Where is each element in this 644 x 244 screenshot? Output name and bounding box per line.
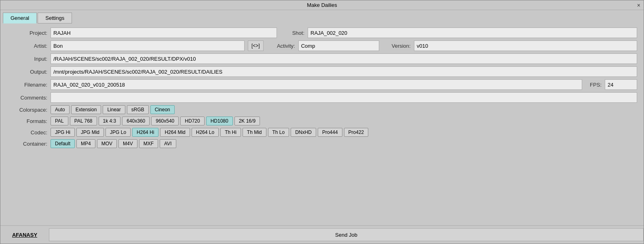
toggle-btn-h264-mid[interactable]: H264 Mid: [160, 128, 190, 137]
toggle-btn-cineon[interactable]: Cineon: [150, 105, 175, 114]
toggle-btn-default[interactable]: Default: [51, 139, 75, 148]
comments-input[interactable]: [51, 92, 637, 103]
toggle-btn-pro444[interactable]: Pro444: [318, 128, 342, 137]
artist-input[interactable]: [51, 40, 245, 51]
toggle-btn-m4v[interactable]: M4V: [118, 139, 137, 148]
toggle-btn-jpg-hi[interactable]: JPG Hi: [51, 128, 75, 137]
toggle-btn-mov[interactable]: MOV: [97, 139, 117, 148]
exchange-button[interactable]: [<>]: [248, 40, 264, 51]
toggle-btn-srgb[interactable]: sRGB: [127, 105, 149, 114]
filename-input[interactable]: [51, 79, 582, 90]
colorspace-toggle-group: AutoExtensionLinearsRGBCineon: [51, 105, 175, 114]
filename-label: Filename:: [7, 82, 47, 88]
output-row: Output:: [7, 66, 637, 77]
toggle-btn-pal[interactable]: PAL: [51, 117, 68, 125]
make-dailies-window: Make Dailies × General Settings Project:…: [0, 0, 644, 244]
codec-row: Codec: JPG HiJPG MidJPG LoH264 HiH264 Mi…: [7, 128, 637, 137]
shot-input[interactable]: [308, 28, 637, 38]
window-title: Make Dailies: [307, 2, 337, 8]
formats-label: Formats:: [7, 118, 47, 124]
toggle-btn-extension[interactable]: Extension: [71, 105, 101, 114]
colorspace-label: Colorspace:: [7, 107, 47, 113]
tab-general[interactable]: General: [3, 13, 37, 23]
toggle-btn-th-lo[interactable]: Th Lo: [268, 128, 289, 137]
codec-toggle-group: JPG HiJPG MidJPG LoH264 HiH264 MidH264 L…: [51, 128, 368, 137]
title-bar: Make Dailies ×: [0, 0, 644, 10]
project-label: Project:: [7, 30, 47, 36]
activity-label: Activity:: [267, 43, 295, 49]
filename-row: Filename: FPS:: [7, 79, 637, 90]
toggle-btn-auto[interactable]: Auto: [51, 105, 70, 114]
toggle-btn-h264-hi[interactable]: H264 Hi: [132, 128, 158, 137]
toggle-btn-jpg-mid[interactable]: JPG Mid: [76, 128, 104, 137]
toggle-btn-mp4[interactable]: MP4: [76, 139, 95, 148]
container-toggle-group: DefaultMP4MOVM4VMXFAVI: [51, 139, 176, 148]
activity-input[interactable]: [298, 40, 379, 51]
toggle-btn-jpg-lo[interactable]: JPG Lo: [106, 128, 131, 137]
toggle-btn-dnxhd[interactable]: DNxHD: [291, 128, 316, 137]
tab-bar: General Settings: [0, 10, 644, 23]
output-label: Output:: [7, 69, 47, 75]
version-input[interactable]: [414, 40, 637, 51]
toggle-btn-th-mid[interactable]: Th Mid: [243, 128, 266, 137]
toggle-btn-avi[interactable]: AVI: [160, 139, 176, 148]
toggle-btn-hd720[interactable]: HD720: [180, 117, 204, 125]
codec-label: Codec:: [7, 129, 47, 136]
comments-row: Comments:: [7, 92, 637, 103]
artist-row: Artist: [<>] Activity: Version:: [7, 40, 637, 51]
artist-label: Artist:: [7, 43, 47, 49]
project-input[interactable]: [51, 28, 277, 38]
toggle-btn-th-hi[interactable]: Th Hi: [220, 128, 241, 137]
toggle-btn-h264-lo[interactable]: H264 Lo: [192, 128, 219, 137]
toggle-btn-1k-4:3[interactable]: 1k 4:3: [99, 117, 121, 125]
tab-settings[interactable]: Settings: [38, 13, 72, 23]
fps-input[interactable]: [605, 79, 637, 90]
toggle-btn-linear[interactable]: Linear: [103, 105, 125, 114]
toggle-btn-pal-768[interactable]: PAL 768: [70, 117, 97, 125]
toggle-btn-hd1080[interactable]: HD1080: [206, 117, 233, 125]
afanasy-button[interactable]: AFANASY: [0, 232, 49, 238]
project-shot-row: Project: Shot:: [7, 28, 637, 38]
toggle-btn-pro422[interactable]: Pro422: [344, 128, 369, 137]
toggle-btn-960x540[interactable]: 960x540: [151, 117, 179, 125]
formats-toggle-group: PALPAL 7681k 4:3640x360960x540HD720HD108…: [51, 117, 260, 125]
formats-row: Formats: PALPAL 7681k 4:3640x360960x540H…: [7, 117, 637, 125]
input-label: Input:: [7, 56, 47, 62]
form-content: Project: Shot: Artist: [<>] Activity: Ve…: [0, 23, 644, 225]
toggle-btn-mxf[interactable]: MXF: [139, 139, 158, 148]
bottom-bar: AFANASY Send Job: [0, 225, 644, 244]
output-path-input[interactable]: [51, 66, 637, 77]
close-button[interactable]: ×: [637, 2, 640, 8]
fps-label: FPS:: [585, 82, 602, 88]
toggle-btn-2k-16/9[interactable]: 2K 16/9: [234, 117, 260, 125]
toggle-btn-640x360[interactable]: 640x360: [122, 117, 150, 125]
comments-label: Comments:: [7, 95, 47, 101]
input-path-input[interactable]: [51, 53, 637, 64]
colorspace-row: Colorspace: AutoExtensionLinearsRGBCineo…: [7, 105, 637, 114]
container-label: Container:: [7, 141, 47, 147]
send-job-button[interactable]: Send Job: [49, 228, 644, 241]
input-row: Input:: [7, 53, 637, 64]
shot-label: Shot:: [280, 30, 304, 36]
version-label: Version:: [382, 43, 411, 49]
container-row: Container: DefaultMP4MOVM4VMXFAVI: [7, 139, 637, 148]
